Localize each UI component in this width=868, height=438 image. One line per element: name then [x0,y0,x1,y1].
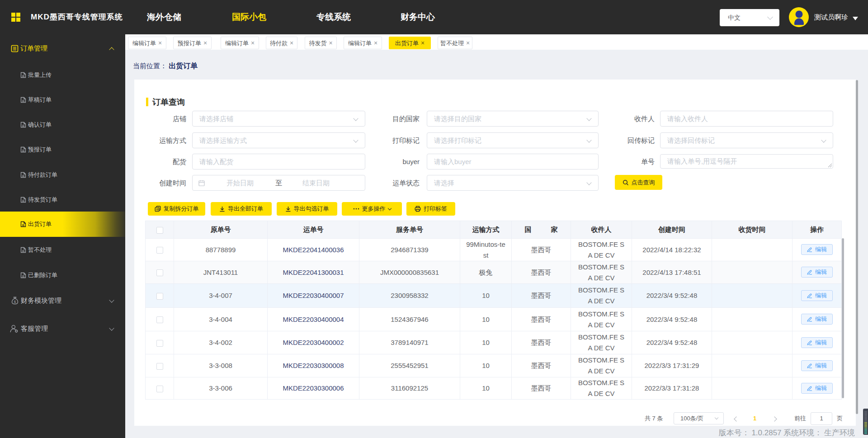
svg-text:$: $ [14,300,16,304]
